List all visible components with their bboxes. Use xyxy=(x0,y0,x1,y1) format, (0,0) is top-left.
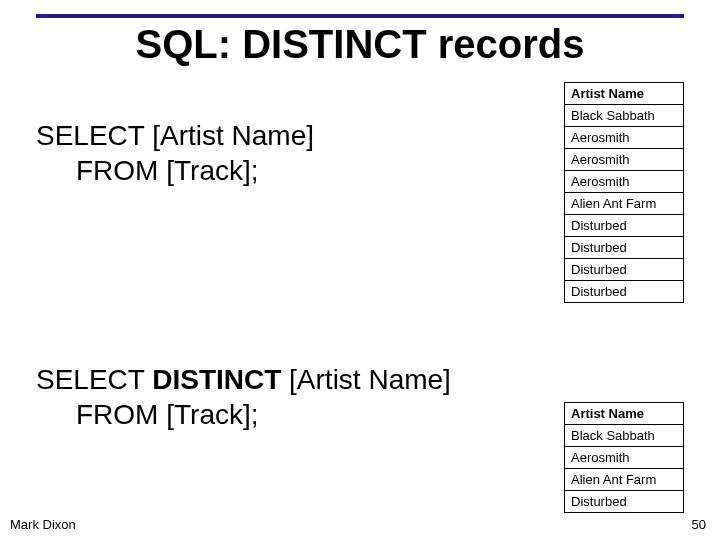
table-row: Disturbed xyxy=(565,281,684,303)
table-row: Disturbed xyxy=(565,215,684,237)
query2-rest: [Artist Name] xyxy=(281,364,451,395)
table-row: Black Sabbath xyxy=(565,425,684,447)
table-row: Aerosmith xyxy=(565,447,684,469)
footer-page-number: 50 xyxy=(692,517,706,532)
table-row: Disturbed xyxy=(565,237,684,259)
result-table-distinct: Artist Name Black Sabbath Aerosmith Alie… xyxy=(564,402,684,513)
table-row: Disturbed xyxy=(565,259,684,281)
query1-line1: SELECT [Artist Name] xyxy=(36,118,314,153)
table-row: Disturbed xyxy=(565,491,684,513)
table-row: Black Sabbath xyxy=(565,105,684,127)
table-row: Aerosmith xyxy=(565,127,684,149)
slide-title: SQL: DISTINCT records xyxy=(0,22,720,67)
table-row: Aerosmith xyxy=(565,171,684,193)
query2-prefix: SELECT xyxy=(36,364,152,395)
footer-author: Mark Dixon xyxy=(10,517,76,532)
title-rule xyxy=(36,14,684,18)
result-table-full: Artist Name Black Sabbath Aerosmith Aero… xyxy=(564,82,684,303)
table-row: Alien Ant Farm xyxy=(565,469,684,491)
query2-line2: FROM [Track]; xyxy=(36,397,451,432)
query2-line1: SELECT DISTINCT [Artist Name] xyxy=(36,362,451,397)
table-header: Artist Name xyxy=(565,83,684,105)
table-row: Alien Ant Farm xyxy=(565,193,684,215)
sql-query-distinct: SELECT DISTINCT [Artist Name] FROM [Trac… xyxy=(36,362,451,432)
query1-line2: FROM [Track]; xyxy=(36,153,314,188)
distinct-keyword: DISTINCT xyxy=(152,364,281,395)
sql-query-basic: SELECT [Artist Name] FROM [Track]; xyxy=(36,118,314,188)
table-header: Artist Name xyxy=(565,403,684,425)
table-row: Aerosmith xyxy=(565,149,684,171)
